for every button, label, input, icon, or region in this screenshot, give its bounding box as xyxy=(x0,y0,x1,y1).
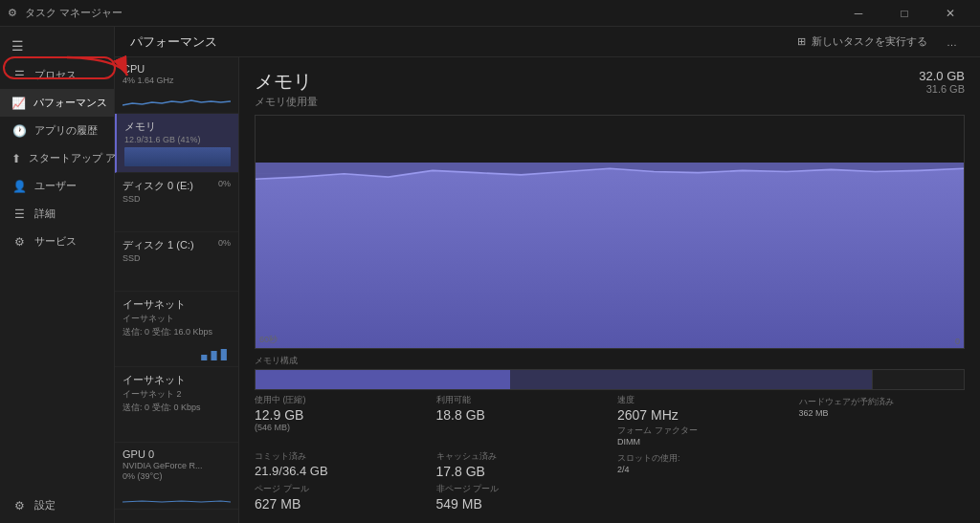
composition-bar xyxy=(255,369,965,390)
cpu-mini-chart xyxy=(122,88,231,107)
sidebar-item-label: ユーザー xyxy=(34,179,77,193)
device-item-disk0[interactable]: ディスク 0 (E:) 0% SSD xyxy=(115,173,238,232)
ethernet2-sub2: 送信: 0 受信: 0 Kbps xyxy=(122,402,231,414)
ethernet2-sub: イーサネット 2 xyxy=(122,388,231,401)
capacity-sub: 31.6 GB xyxy=(926,83,965,95)
chart-svg xyxy=(256,116,964,348)
ethernet2-mini-chart xyxy=(122,417,231,436)
detail-header: メモリ メモリ使用量 xyxy=(255,69,318,109)
gpu0-sub: NVIDIA GeForce R... xyxy=(122,461,231,470)
cpu-sub: 4% 1.64 GHz xyxy=(122,76,231,85)
device-item-disk0-header: ディスク 0 (E:) 0% xyxy=(122,179,231,193)
sidebar-item-label: プロセス xyxy=(34,68,77,82)
stat-nonpage-pool-label: 非ページ プール xyxy=(436,483,603,495)
disk1-value: 0% xyxy=(218,238,231,248)
more-button[interactable]: … xyxy=(939,33,965,52)
stat-cached-label: キャッシュ済み xyxy=(436,450,603,463)
stat-slots-label: スロットの使用: xyxy=(617,452,784,465)
stat-in-use-value: 12.9 GB xyxy=(255,407,421,423)
device-item-memory[interactable]: メモリ 12.9/31.6 GB (41%) xyxy=(115,114,238,173)
settings-icon: ⚙ xyxy=(11,499,27,512)
processes-icon: ☰ xyxy=(11,69,27,82)
titlebar: ⚙ タスク マネージャー ─ □ ✕ xyxy=(0,0,980,27)
stat-speed-label: 速度 xyxy=(617,394,784,406)
gpu0-label: GPU 0 xyxy=(122,448,154,460)
startup-icon: ⬆ xyxy=(11,152,21,165)
sidebar-item-app-history[interactable]: 🕐 アプリの履歴 xyxy=(0,117,114,144)
hamburger-icon: ☰ xyxy=(11,38,24,54)
disk0-value: 0% xyxy=(218,179,231,188)
svg-rect-3 xyxy=(221,349,227,360)
gpu0-value: 0% (39°C) xyxy=(122,471,231,481)
sidebar-item-label: パフォーマンス xyxy=(33,96,107,110)
sidebar-item-processes[interactable]: ☰ プロセス xyxy=(0,61,114,89)
stat-page-pool-value: 627 MB xyxy=(255,496,421,512)
details-icon: ☰ xyxy=(11,207,27,221)
sidebar-item-details[interactable]: ☰ 詳細 xyxy=(0,200,114,228)
stat-in-use-sub: (546 MB) xyxy=(255,423,421,432)
chart-time-right: 0 xyxy=(955,337,960,346)
ethernet1-sub: イーサネット xyxy=(122,313,231,325)
stat-committed-label: コミット済み xyxy=(255,450,421,463)
disk1-label: ディスク 1 (C:) xyxy=(122,238,194,252)
sidebar-item-performance[interactable]: 📈 パフォーマンス xyxy=(0,89,114,117)
sidebar-item-label: アプリの履歴 xyxy=(34,123,98,138)
device-item-ethernet2[interactable]: イーサネット イーサネット 2 送信: 0 受信: 0 Kbps xyxy=(115,367,238,443)
disk0-mini-chart xyxy=(122,207,231,226)
memory-composition: メモリ構成 xyxy=(255,355,965,390)
device-item-disk1[interactable]: ディスク 1 (C:) 0% SSD xyxy=(115,232,238,292)
ethernet1-sub2: 送信: 0 受信: 16.0 Kbps xyxy=(122,326,231,338)
sidebar-item-startup[interactable]: ⬆ スタートアップ アプリ xyxy=(0,144,114,172)
services-icon: ⚙ xyxy=(11,235,27,249)
memory-mini-chart xyxy=(124,147,231,166)
device-item-gpu0[interactable]: GPU 0 NVIDIA GeForce R... 0% (39°C) xyxy=(115,443,238,510)
sidebar-item-users[interactable]: 👤 ユーザー xyxy=(0,172,114,200)
sidebar: ☰ ☰ プロセス 📈 パフォーマンス 🕐 アプリの履歴 ⬆ スタートアップ アプ… xyxy=(0,27,115,523)
app-history-icon: 🕐 xyxy=(11,124,27,138)
hamburger-button[interactable]: ☰ xyxy=(0,31,114,61)
stat-empty xyxy=(799,450,966,479)
stat-cached: キャッシュ済み 17.8 GB xyxy=(436,450,603,479)
close-button[interactable]: ✕ xyxy=(928,0,972,27)
sidebar-item-label: サービス xyxy=(34,234,77,249)
disk1-mini-chart xyxy=(122,266,231,285)
stat-slots: スロットの使用: 2/4 xyxy=(617,450,784,479)
stats-grid: 使用中 (圧縮) 12.9 GB (546 MB) 利用可能 18.8 GB 速… xyxy=(255,394,965,512)
sidebar-item-services[interactable]: ⚙ サービス xyxy=(0,228,114,255)
new-task-button[interactable]: ⊞ 新しいタスクを実行する xyxy=(790,31,935,53)
stat-speed: 速度 2607 MHz フォーム ファクター DIMM xyxy=(617,394,784,447)
app-icon: ⚙ xyxy=(8,7,17,19)
device-item-cpu-header: CPU xyxy=(122,63,231,75)
maximize-button[interactable]: □ xyxy=(882,0,926,27)
svg-rect-2 xyxy=(211,351,216,360)
stat-slots-value: 2/4 xyxy=(617,465,784,474)
page-title: パフォーマンス xyxy=(130,33,217,51)
app-title: タスク マネージャー xyxy=(25,6,122,20)
stat-in-use: 使用中 (圧縮) 12.9 GB (546 MB) xyxy=(255,394,421,447)
device-item-ethernet1[interactable]: イーサネット イーサネット 送信: 0 受信: 16.0 Kbps xyxy=(115,292,238,367)
sidebar-item-label: 設定 xyxy=(34,498,56,512)
gpu0-mini-chart xyxy=(122,484,231,503)
device-item-gpu0-header: GPU 0 xyxy=(122,448,231,460)
users-icon: 👤 xyxy=(11,180,27,193)
mem-standby-segment xyxy=(510,370,871,389)
minimize-button[interactable]: ─ xyxy=(836,0,880,27)
new-task-icon: ⊞ xyxy=(797,35,806,48)
sidebar-item-settings[interactable]: ⚙ 設定 xyxy=(0,491,114,519)
device-item-memory-header: メモリ xyxy=(124,120,231,134)
device-item-ethernet2-header: イーサネット xyxy=(122,373,231,387)
stat-available-label: 利用可能 xyxy=(436,394,603,406)
capacity-value: 32.0 GB xyxy=(919,69,965,83)
device-item-ethernet1-header: イーサネット xyxy=(122,297,231,312)
stat-nonpage-pool-value: 549 MB xyxy=(436,496,603,512)
device-item-cpu[interactable]: CPU 4% 1.64 GHz xyxy=(115,57,238,114)
titlebar-controls: ─ □ ✕ xyxy=(836,0,972,27)
cpu-label: CPU xyxy=(122,63,145,75)
main-topbar: パフォーマンス ⊞ 新しいタスクを実行する … xyxy=(115,27,980,57)
stat-nonpage-pool: 非ページ プール 549 MB xyxy=(436,483,603,512)
stat-in-use-label: 使用中 (圧縮) xyxy=(255,394,421,406)
detail-panel: メモリ メモリ使用量 32.0 GB 31.6 GB xyxy=(239,57,980,523)
more-icon: … xyxy=(947,36,957,48)
ethernet1-label: イーサネット xyxy=(122,297,186,312)
stat-committed-value: 21.9/36.4 GB xyxy=(255,464,421,478)
